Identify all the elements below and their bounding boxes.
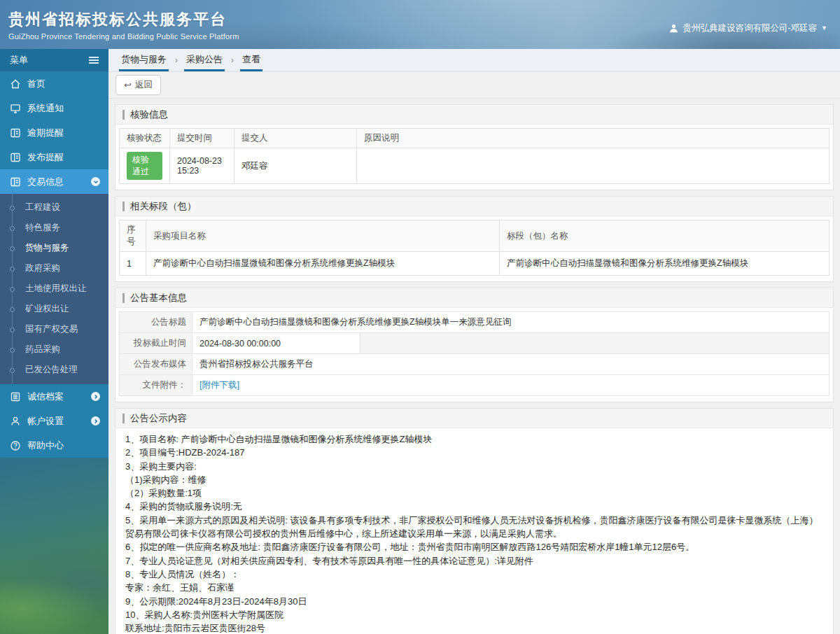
sidebar-item-overdue-reminder[interactable]: 逾期提醒: [0, 120, 108, 145]
submenu-item-mining-rights[interactable]: 矿业权出让: [0, 299, 108, 319]
user-name: 贵州弘典建设咨询有限公司-邓廷容: [682, 22, 817, 34]
attachment-value: [附件下载]: [192, 375, 829, 395]
person-icon: [9, 415, 21, 427]
notice-line: （1)采购内容：维修: [125, 473, 823, 486]
submenu-item-engineering[interactable]: 工程建设: [0, 197, 108, 218]
sidebar-item-notifications[interactable]: 系统通知: [0, 96, 108, 120]
submenu-item-state-property[interactable]: 国有产权交易: [0, 319, 108, 339]
notice-line: 联系地址:贵阳市云岩区贵医街28号: [125, 621, 823, 634]
notice-content-section-header: 公告公示内容: [115, 409, 833, 428]
row-filler: [360, 333, 829, 353]
submenu-item-special-services[interactable]: 特色服务: [0, 218, 108, 238]
notice-line: 7、专业人员论证意见（对相关供应商因专利、专有技术等原因具有唯一性的具体论证意见…: [125, 554, 823, 568]
packages-card: 相关标段（包） 序号 采购项目名称 标段（包）名称 1: [115, 196, 834, 282]
back-button-label: 返回: [135, 79, 153, 91]
section-marker: [122, 293, 125, 303]
back-button[interactable]: ↩ 返回: [115, 75, 161, 95]
packages-section-title: 相关标段（包）: [130, 200, 197, 213]
packages-header-row: 序号 采购项目名称 标段（包）名称: [120, 220, 830, 252]
list-icon: [9, 390, 21, 402]
monitor-icon: [9, 102, 21, 114]
submitter-cell: 邓廷容: [234, 148, 357, 184]
notice-line: 专家：余红、王娟、石家谨: [125, 581, 823, 594]
notice-line: 4、采购的货物或服务说明:无: [125, 500, 823, 513]
top-header: 贵州省招标投标公共服务平台 GuiZhou Province Tendering…: [0, 0, 840, 49]
sidebar-item-label: 交易信息: [27, 176, 64, 188]
submenu-item-drug-procurement[interactable]: 药品采购: [0, 339, 108, 360]
submit-time-cell: 2024-08-23 15:23: [170, 148, 234, 184]
reason-cell: [357, 148, 830, 184]
col-verification-status: 核验状态: [120, 129, 170, 148]
sidebar-item-transaction-info[interactable]: 交易信息: [0, 169, 108, 194]
verification-card: 核验信息 核验状态 提交时间 提交人 原因说明: [115, 104, 834, 190]
publish-media-label: 公告发布媒体: [120, 354, 192, 374]
sidebar-item-account-settings[interactable]: 帐户设置: [0, 409, 108, 433]
sidebar-landscape-image: [0, 458, 108, 634]
menu-label: 菜单: [10, 54, 28, 66]
submenu-item-government-procurement[interactable]: 政府采购: [0, 258, 108, 279]
notice-content-section-title: 公告公示内容: [130, 412, 187, 425]
breadcrumb-goods-services[interactable]: 货物与服务: [119, 48, 169, 71]
brand: 贵州省招标投标公共服务平台 GuiZhou Province Tendering…: [8, 9, 239, 41]
chevron-right-circle-icon: [91, 392, 100, 401]
col-submit-time: 提交时间: [170, 129, 234, 148]
notice-line: 2、项目编号:HDZB-2024-187: [125, 446, 823, 459]
sidebar-item-label: 首页: [27, 78, 46, 90]
sidebar-item-label: 帮助中心: [27, 439, 64, 452]
notice-line: （2）采购数量:1项: [125, 486, 823, 500]
col-project-name: 采购项目名称: [146, 220, 500, 252]
user-menu[interactable]: 贵州弘典建设咨询有限公司-邓廷容 ▼: [669, 22, 827, 34]
breadcrumb-view[interactable]: 查看: [240, 48, 262, 71]
hamburger-icon[interactable]: [89, 57, 99, 64]
folder-icon: [9, 176, 21, 188]
submenu-item-published-notices[interactable]: 已发公告处理: [0, 360, 108, 380]
attachment-label: 文件附件：: [120, 375, 192, 395]
toolbar: ↩ 返回: [108, 72, 840, 99]
package-index-cell: 1: [120, 252, 146, 276]
bid-deadline-label: 投标截止时间: [120, 333, 192, 353]
package-row: 1 产前诊断中心自动扫描显微镜和图像分析系统维修更换Z轴模块 产前诊断中心自动扫…: [120, 252, 830, 276]
sidebar-item-home[interactable]: 首页: [0, 71, 108, 96]
sidebar-menu-header: 菜单: [0, 49, 108, 71]
notice-line: 6、拟定的唯一供应商名称及地址: 贵阳鑫济康医疗设备有限公司，地址：贵州省贵阳市…: [125, 540, 823, 554]
notice-line: 3、采购主要内容:: [125, 460, 823, 473]
notice-line: 10、采购人名称:贵州医科大学附属医院: [125, 608, 823, 621]
notice-line: 9、公示期限:2024年8月23日-2024年8月30日: [125, 595, 823, 608]
col-index: 序号: [120, 220, 146, 252]
caret-down-icon: ▼: [821, 24, 827, 31]
verification-section-header: 核验信息: [115, 105, 833, 125]
bid-deadline-value: 2024-08-30 00:00:00: [192, 333, 360, 353]
notice-line: 8、专业人员情况（姓名）：: [125, 568, 823, 581]
notice-title-label: 公告标题: [120, 312, 192, 332]
sidebar-item-label: 诚信档案: [27, 390, 64, 403]
back-icon: ↩: [124, 80, 132, 90]
notice-content-card: 公告公示内容 1、项目名称: 产前诊断中心自动扫描显微镜和图像分析系统维修更换Z…: [115, 408, 834, 634]
sidebar: 菜单 首页 系统通知 逾期提醒: [0, 49, 108, 634]
attachment-download-link[interactable]: [附件下载]: [200, 379, 239, 391]
submenu-item-land-use[interactable]: 土地使用权出让: [0, 279, 108, 299]
sidebar-item-publish-reminder[interactable]: 发布提醒: [0, 145, 108, 169]
platform-title: 贵州省招标投标公共服务平台: [8, 9, 239, 30]
col-reason: 原因说明: [357, 129, 830, 148]
main-content: 货物与服务 › 采购公告 › 查看 ↩ 返回 核验信息: [108, 49, 840, 634]
package-project-cell: 产前诊断中心自动扫描显微镜和图像分析系统维修更换Z轴模块: [146, 252, 500, 276]
basic-info-table: 公告标题 产前诊断中心自动扫描显微镜和图像分析系统维修更换Z轴模块单一来源意见征…: [119, 311, 830, 396]
chevron-right-circle-icon: [91, 416, 100, 425]
breadcrumb-separator: ›: [225, 55, 240, 71]
sidebar-item-help-center[interactable]: 帮助中心: [0, 433, 108, 458]
basic-info-card: 公告基本信息 公告标题 产前诊断中心自动扫描显微镜和图像分析系统维修更换Z轴模块…: [115, 288, 834, 402]
bid-deadline-row: 投标截止时间 2024-08-30 00:00:00: [120, 333, 829, 354]
notice-title-row: 公告标题 产前诊断中心自动扫描显微镜和图像分析系统维修更换Z轴模块单一来源意见征…: [120, 312, 829, 333]
sidebar-item-credit-archive[interactable]: 诚信档案: [0, 384, 108, 409]
submenu-item-goods-services[interactable]: 货物与服务: [0, 238, 108, 258]
col-submitter: 提交人: [234, 129, 357, 148]
page: 贵州省招标投标公共服务平台 GuiZhou Province Tendering…: [0, 0, 840, 634]
package-name-cell: 产前诊断中心自动扫描显微镜和图像分析系统维修更换Z轴模块: [500, 252, 830, 276]
notice-content-body: 1、项目名称: 产前诊断中心自动扫描显微镜和图像分析系统维修更换Z轴模块 2、项…: [115, 428, 833, 634]
publish-media-value: 贵州省招标投标公共服务平台: [192, 354, 829, 374]
folder-icon: [9, 127, 21, 139]
home-icon: [9, 78, 21, 90]
packages-table: 序号 采购项目名称 标段（包）名称 1 产前诊断中心自动扫描显微镜和图像分析系统…: [119, 220, 830, 276]
breadcrumb-procurement-notice[interactable]: 采购公告: [184, 48, 225, 71]
notice-line: 1、项目名称: 产前诊断中心自动扫描显微镜和图像分析系统维修更换Z轴模块: [125, 432, 823, 446]
